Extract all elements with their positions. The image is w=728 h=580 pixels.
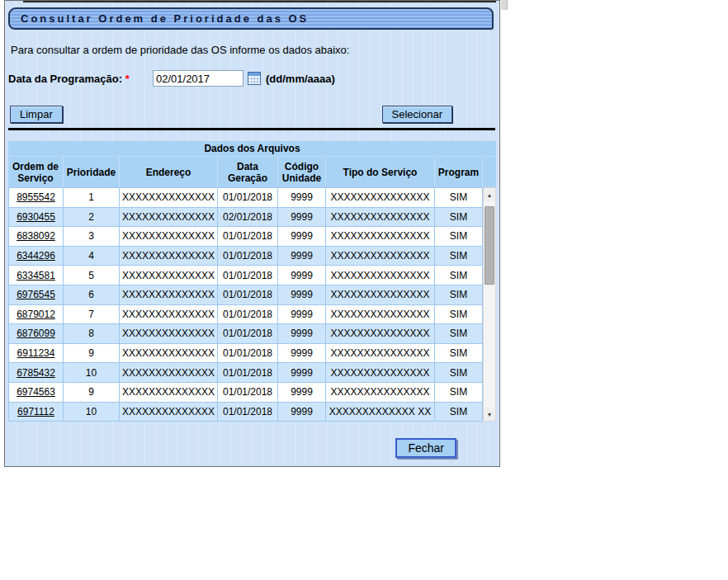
os-link[interactable]: 6976545: [17, 289, 55, 300]
prioridade-cell: 10: [64, 363, 120, 383]
program-cell: SIM: [435, 285, 483, 305]
os-link[interactable]: 6344296: [17, 250, 55, 262]
endereco-cell: XXXXXXXXXXXXXX: [120, 247, 218, 266]
scroll-up-button[interactable]: ▲: [484, 188, 495, 201]
table-row: 68760998XXXXXXXXXXXXXX01/01/20189999XXXX…: [8, 324, 483, 344]
column-header-prioridade: Prioridade: [64, 157, 120, 187]
os-link[interactable]: 6334581: [17, 270, 55, 281]
program-cell: SIM: [435, 208, 483, 228]
prioridade-cell: 2: [64, 208, 120, 228]
header-scrollbar-spacer: [483, 157, 496, 187]
os-cell: 6344296: [8, 247, 64, 266]
data_geracao-cell: 01/01/2018: [218, 188, 278, 208]
table-caption: Dados dos Arquivos: [8, 141, 496, 157]
endereco-cell: XXXXXXXXXXXXXX: [120, 227, 218, 247]
data_geracao-cell: 01/01/2018: [218, 285, 278, 305]
calendar-icon[interactable]: [248, 72, 262, 86]
data_geracao-cell: 02/01/2018: [218, 208, 278, 228]
separator-line: [8, 128, 495, 130]
os-link[interactable]: 6971112: [17, 406, 54, 417]
table-row: 89555421XXXXXXXXXXXXXX01/01/20189999XXXX…: [8, 188, 483, 208]
os-link[interactable]: 6974563: [17, 386, 55, 398]
scroll-up-icon: ▲: [487, 192, 493, 198]
data_geracao-cell: 01/01/2018: [218, 266, 278, 285]
top-border-artifact: [23, 1, 496, 2]
codigo_unidade-cell: 9999: [278, 324, 326, 344]
tipo_servico-cell: XXXXXXXXXXXXXXX: [326, 247, 435, 266]
table-body: 89555421XXXXXXXXXXXXXX01/01/20189999XXXX…: [8, 187, 496, 422]
os-link[interactable]: 6911234: [17, 347, 55, 359]
codigo_unidade-cell: 9999: [278, 266, 326, 285]
column-header-program: Program: [435, 157, 483, 187]
consultar-ordem-prioridade-dialog: Consultar Ordem de Prioridade das OS Par…: [4, 0, 500, 467]
scroll-down-icon: ▼: [487, 412, 493, 417]
endereco-cell: XXXXXXXXXXXXXX: [120, 324, 218, 344]
data_geracao-cell: 01/01/2018: [218, 383, 278, 403]
program-cell: SIM: [435, 383, 483, 403]
column-header-tipo_servico: Tipo do Serviço: [326, 157, 435, 187]
table-row: 697111210XXXXXXXXXXXXXX01/01/20189999XXX…: [8, 403, 483, 422]
codigo_unidade-cell: 9999: [278, 344, 326, 364]
data_geracao-cell: 01/01/2018: [218, 344, 278, 364]
dialog-titlebar: Consultar Ordem de Prioridade das OS: [8, 7, 494, 30]
os-link[interactable]: 6879012: [17, 309, 55, 320]
os-link[interactable]: 6785432: [17, 367, 55, 379]
table-scrollbar[interactable]: ▲ ▼: [483, 187, 496, 422]
date-label: Data da Programação: *: [8, 73, 153, 85]
close-button[interactable]: Fechar: [395, 438, 456, 458]
table-rows: 89555421XXXXXXXXXXXXXX01/01/20189999XXXX…: [8, 187, 483, 422]
data_geracao-cell: 01/01/2018: [218, 403, 278, 422]
endereco-cell: XXXXXXXXXXXXXX: [120, 305, 218, 325]
tipo_servico-cell: XXXXXXXXXXXXX XX: [326, 403, 435, 422]
os-cell: 6971112: [8, 403, 64, 422]
scrollbar-thumb[interactable]: [485, 206, 494, 285]
table-row: 69745639XXXXXXXXXXXXXX01/01/20189999XXXX…: [8, 383, 483, 403]
program-cell: SIM: [435, 324, 483, 344]
date-label-text: Data da Programação:: [8, 73, 122, 85]
os-cell: 6785432: [8, 363, 64, 383]
os-cell: 6879012: [8, 305, 64, 325]
tipo_servico-cell: XXXXXXXXXXXXXXX: [326, 266, 435, 285]
table-row: 63442964XXXXXXXXXXXXXX01/01/20189999XXXX…: [8, 247, 483, 266]
page-scrollbar-artifact: [501, 0, 508, 10]
program-cell: SIM: [435, 305, 483, 325]
tipo_servico-cell: XXXXXXXXXXXXXXX: [326, 383, 435, 403]
table-row: 69304552XXXXXXXXXXXXXX02/01/20189999XXXX…: [8, 208, 483, 228]
endereco-cell: XXXXXXXXXXXXXX: [120, 403, 218, 422]
prioridade-cell: 9: [64, 383, 120, 403]
prioridade-cell: 10: [64, 403, 120, 422]
date-input[interactable]: [153, 70, 243, 87]
intro-text: Para consultar a ordem de prioridade das…: [11, 44, 349, 56]
table-row: 68790127XXXXXXXXXXXXXX01/01/20189999XXXX…: [8, 305, 483, 325]
os-link[interactable]: 6876099: [17, 328, 55, 339]
endereco-cell: XXXXXXXXXXXXXX: [120, 266, 218, 285]
tipo_servico-cell: XXXXXXXXXXXXXXX: [326, 188, 435, 208]
table-row: 68380923XXXXXXXXXXXXXX01/01/20189999XXXX…: [8, 227, 483, 247]
codigo_unidade-cell: 9999: [278, 188, 326, 208]
os-link[interactable]: 6930455: [17, 211, 55, 223]
os-link[interactable]: 8955542: [17, 191, 55, 203]
prioridade-cell: 8: [64, 324, 120, 344]
codigo_unidade-cell: 9999: [278, 305, 326, 325]
endereco-cell: XXXXXXXXXXXXXX: [120, 188, 218, 208]
column-header-codigo_unidade: Código Unidade: [278, 157, 326, 187]
column-header-os: Ordem de Serviço: [8, 157, 64, 187]
scroll-down-button[interactable]: ▼: [484, 408, 495, 421]
tipo_servico-cell: XXXXXXXXXXXXXXX: [326, 208, 435, 228]
program-cell: SIM: [435, 247, 483, 266]
column-header-endereco: Endereço: [120, 157, 218, 187]
tipo_servico-cell: XXXXXXXXXXXXXXX: [326, 344, 435, 364]
tipo_servico-cell: XXXXXXXXXXXXXXX: [326, 227, 435, 247]
select-button[interactable]: Selecionar: [382, 106, 452, 123]
data_geracao-cell: 01/01/2018: [218, 324, 278, 344]
prioridade-cell: 7: [64, 305, 120, 325]
program-cell: SIM: [435, 403, 483, 422]
data_geracao-cell: 01/01/2018: [218, 305, 278, 325]
table-header-row: Ordem de ServiçoPrioridadeEndereçoData G…: [8, 157, 496, 187]
prioridade-cell: 1: [64, 188, 120, 208]
os-link[interactable]: 6838092: [17, 230, 55, 242]
os-cell: 6876099: [8, 324, 64, 344]
clear-button[interactable]: Limpar: [10, 106, 63, 123]
endereco-cell: XXXXXXXXXXXXXX: [120, 285, 218, 305]
close-row: Fechar: [395, 438, 456, 458]
